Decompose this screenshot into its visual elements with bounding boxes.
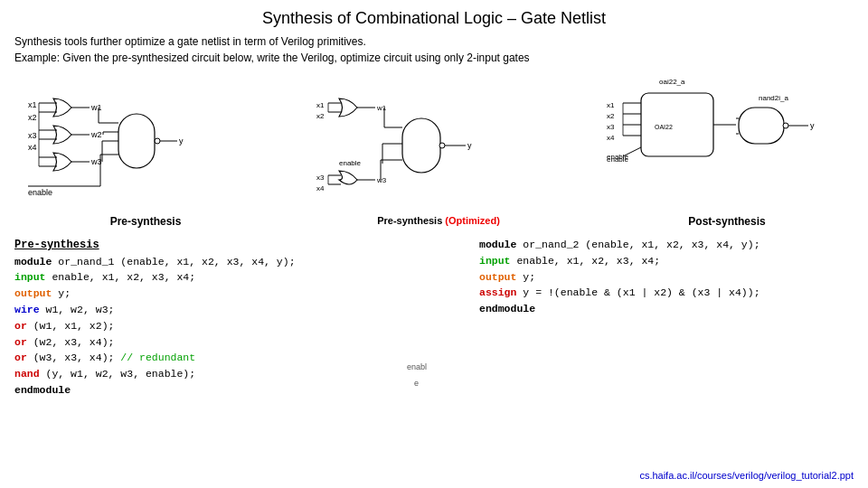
svg-text:x1: x1 (316, 101, 325, 109)
code-block-left: Pre-synthesis module or_nand_1 (enable, … (14, 237, 389, 399)
svg-text:x3: x3 (607, 123, 615, 131)
svg-rect-16 (118, 114, 155, 168)
optimized-label: Pre-synthesis (Optimized) (307, 215, 570, 226)
pre-synthesis-text: Pre-synthesis (110, 215, 182, 228)
svg-text:w2: w2 (90, 130, 102, 139)
svg-text:w1: w1 (376, 104, 387, 112)
svg-text:x4: x4 (607, 134, 615, 142)
code-right-line-5: endmodule (479, 301, 854, 317)
svg-text:oai22_a: oai22_a (659, 78, 685, 86)
pre-synthesis-optimized-text: Pre-synthesis (377, 215, 442, 226)
code-section: Pre-synthesis module or_nand_1 (enable, … (14, 237, 854, 399)
post-synthesis-text: Post-synthesis (688, 215, 765, 228)
svg-text:w1: w1 (90, 103, 102, 112)
code-line-9: endmodule (14, 382, 389, 399)
svg-rect-54 (402, 118, 440, 173)
svg-text:OAI22: OAI22 (655, 124, 673, 130)
pre-synthesis-optimized-diagram: x1 x2 enable x3 x4 w1 w3 (307, 73, 570, 226)
svg-rect-76 (641, 93, 713, 156)
svg-text:y: y (467, 141, 472, 150)
svg-rect-85 (739, 108, 784, 144)
svg-text:nand2i_a: nand2i_a (759, 94, 788, 102)
svg-text:x4: x4 (28, 143, 37, 152)
svg-text:enable: enable (28, 188, 52, 197)
svg-text:x4: x4 (316, 184, 325, 192)
code-block-right: module or_nand_2 (enable, x1, x2, x3, x4… (479, 237, 854, 399)
optimized-text: (Optimized) (445, 215, 500, 226)
post-synthesis-diagram: oai22_a nand2i_a x1 x2 x3 x4 enable OAI2… (600, 73, 854, 228)
svg-text:enable: enable (339, 159, 362, 167)
middle-spacer: enabl e (407, 237, 461, 399)
svg-point-55 (439, 143, 445, 148)
code-right-line-3: output y; (479, 269, 854, 286)
footer-link[interactable]: cs.haifa.ac.il/courses/verilog/verilog_t… (639, 470, 854, 481)
svg-text:x3: x3 (28, 131, 37, 140)
pre-synthesis-diagram: x1 x2 x3 x4 w1 w2 (14, 73, 277, 228)
subtitle-line1: Synthesis tools further optimize a gate … (14, 35, 366, 48)
code-right-line-4: assign y = !(enable & (x1 | x2) & (x3 | … (479, 285, 854, 301)
optimized-svg: x1 x2 enable x3 x4 w1 w3 (312, 73, 565, 213)
code-line-8: nand (y, w1, w2, w3, enable); (14, 366, 389, 382)
svg-text:x3: x3 (316, 174, 325, 182)
page-title: Synthesis of Combinational Logic – Gate … (14, 9, 854, 28)
post-synthesis-svg: oai22_a nand2i_a x1 x2 x3 x4 enable OAI2… (605, 73, 849, 213)
page: Synthesis of Combinational Logic – Gate … (0, 0, 868, 488)
subtitle-line2: Example: Given the pre-synthesized circu… (14, 52, 530, 64)
pre-synthesis-svg: x1 x2 x3 x4 w1 w2 (19, 73, 272, 213)
code-right-line-1: module or_nand_2 (enable, x1, x2, x3, x4… (479, 237, 854, 253)
subtitle: Synthesis tools further optimize a gate … (14, 33, 854, 66)
enable-label: enabl (407, 362, 427, 371)
code-line-1: module or_nand_1 (enable, x1, x2, x3, x4… (14, 254, 389, 270)
code-line-5: or (w1, x1, x2); (14, 318, 389, 334)
svg-text:y: y (810, 121, 815, 130)
svg-text:x1: x1 (28, 100, 37, 109)
pre-synthesis-label: Pre-synthesis (14, 215, 277, 228)
code-line-7: or (w3, x3, x4); // redundant (14, 350, 389, 366)
code-line-4: wire w1, w2, w3; (14, 302, 389, 318)
svg-text:w3: w3 (376, 176, 387, 184)
svg-text:enable: enable (607, 155, 629, 164)
svg-text:x2: x2 (607, 112, 615, 120)
svg-point-86 (783, 123, 788, 128)
svg-text:y: y (179, 136, 184, 145)
svg-text:x2: x2 (316, 112, 325, 120)
post-synthesis-label: Post-synthesis (600, 215, 854, 228)
e-label: e (414, 379, 419, 388)
code-line-3: output y; (14, 286, 389, 302)
code-line-2: input enable, x1, x2, x3, x4; (14, 269, 389, 286)
code-line-6: or (w2, x3, x4); (14, 334, 389, 351)
svg-text:x1: x1 (607, 101, 615, 109)
svg-text:x2: x2 (28, 113, 37, 122)
code-left-title: Pre-synthesis (14, 237, 389, 254)
diagrams-row: x1 x2 x3 x4 w1 w2 (14, 73, 854, 231)
svg-point-17 (155, 138, 160, 144)
code-right-line-2: input enable, x1, x2, x3, x4; (479, 253, 854, 269)
